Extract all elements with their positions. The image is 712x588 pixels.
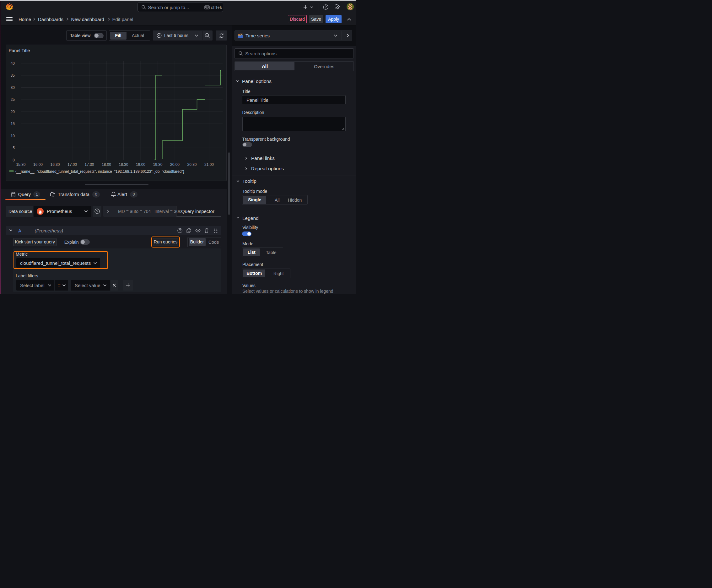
svg-text:35: 35 — [11, 73, 15, 78]
svg-text:20:00: 20:00 — [170, 162, 179, 167]
svg-text:10: 10 — [11, 134, 15, 138]
svg-text:0: 0 — [13, 158, 15, 162]
svg-text:16:00: 16:00 — [33, 162, 43, 167]
svg-text:17:30: 17:30 — [84, 162, 94, 167]
svg-text:21:00: 21:00 — [204, 162, 214, 167]
svg-text:20: 20 — [11, 110, 15, 114]
svg-text:{__name__="cloudflared_tunnel_: {__name__="cloudflared_tunnel_total_requ… — [15, 169, 184, 174]
svg-text:17:00: 17:00 — [67, 162, 77, 167]
svg-text:25: 25 — [11, 97, 15, 102]
svg-text:15:30: 15:30 — [16, 162, 25, 167]
svg-text:20:30: 20:30 — [187, 162, 196, 167]
svg-text:19:30: 19:30 — [153, 162, 162, 167]
svg-text:18:30: 18:30 — [118, 162, 128, 167]
svg-text:5: 5 — [13, 146, 15, 150]
svg-text:30: 30 — [11, 85, 15, 90]
svg-text:15: 15 — [11, 122, 15, 126]
svg-text:18:00: 18:00 — [102, 162, 111, 167]
svg-text:19:00: 19:00 — [136, 162, 145, 167]
svg-text:16:30: 16:30 — [50, 162, 60, 167]
svg-text:40: 40 — [11, 61, 15, 66]
